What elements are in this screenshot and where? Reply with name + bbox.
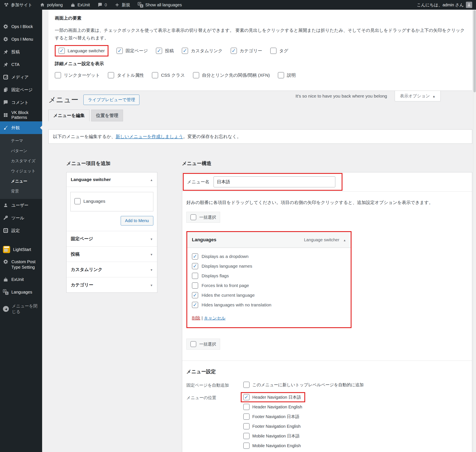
checkbox-unchecked-icon[interactable] (243, 404, 250, 410)
sidebar-item-media[interactable]: メディア (0, 71, 42, 83)
admin-bar-my-account[interactable]: こんにちは、admin さん (417, 2, 472, 8)
screen-option-pages[interactable]: 固定ページ (117, 48, 148, 54)
checkbox-checked-icon[interactable] (117, 48, 123, 54)
bulk-select-bottom[interactable]: 一括選択 (186, 339, 220, 350)
sidebar-item-posts[interactable]: 投稿 (0, 46, 42, 58)
checkbox-checked-icon[interactable] (192, 253, 198, 259)
menu-name-input[interactable] (214, 176, 335, 187)
location-mobile-navigation-japanese[interactable]: Mobile Navigation 日本語 (243, 433, 305, 439)
sidebar-collapse-menu[interactable]: ◀ メニューを閉じる (0, 303, 42, 315)
checkbox-unchecked-icon[interactable] (108, 72, 114, 78)
advanced-option-css-classes[interactable]: CSS クラス (152, 72, 185, 78)
checkbox-checked-icon[interactable] (156, 48, 162, 54)
sidebar-item-settings[interactable]: 設定 (0, 224, 42, 237)
scrollbar-thumb[interactable] (474, 10, 476, 92)
sidebar-item-lightstart[interactable]: LightStart (0, 243, 42, 256)
checkbox-unchecked-icon[interactable] (192, 273, 198, 279)
option-forces-link-front-page[interactable]: Forces link to front page (192, 282, 346, 289)
sidebar-item-ops-menu[interactable]: Ops I Menu (0, 33, 42, 46)
admin-bar-my-sites[interactable]: 参加サイト (4, 2, 32, 8)
submenu-item-widgets[interactable]: ウィジェット (0, 166, 42, 176)
chevron-up-icon[interactable] (343, 238, 346, 242)
option-hides-current-language[interactable]: Hides the current language (192, 292, 346, 298)
advanced-option-xfn[interactable]: 自分とリンク先の関係/間柄 (XFN) (193, 72, 270, 78)
screen-option-categories[interactable]: カテゴリー (231, 48, 262, 54)
screen-options-toggle-button[interactable]: 表示オプション (395, 91, 441, 101)
screen-option-custom-links[interactable]: カスタムリンク (182, 48, 222, 54)
checkbox-unchecked-icon[interactable] (74, 198, 81, 204)
delete-item-link[interactable]: 削除 (192, 316, 200, 320)
admin-bar-new[interactable]: 新規 (115, 2, 130, 8)
languages-item-header[interactable]: Languages Language switcher (187, 232, 351, 248)
posts-accordion-header[interactable]: 投稿 (66, 246, 157, 262)
screen-option-language-switcher[interactable]: Language switcher (59, 48, 105, 54)
sidebar-item-languages[interactable]: A文 Languages (0, 286, 42, 298)
sidebar-item-tools[interactable]: ツール (0, 212, 42, 224)
checkbox-unchecked-icon[interactable] (243, 382, 250, 388)
advanced-option-link-target[interactable]: リンクターゲット (55, 72, 100, 78)
pages-accordion-header[interactable]: 固定ページ (66, 231, 157, 246)
manage-with-live-preview-button[interactable]: ライブプレビューで管理 (83, 95, 139, 105)
location-header-navigation-japanese[interactable]: Header Navigation 日本語 (243, 394, 301, 400)
admin-bar-site-name[interactable]: polylang (40, 2, 63, 7)
sidebar-item-ops-block[interactable]: Ops I Block (0, 20, 42, 33)
language-switcher-accordion-header[interactable]: Language switcher (66, 172, 157, 187)
cancel-item-link[interactable]: キャンセル (204, 316, 225, 320)
tab-manage-locations[interactable]: 位置を管理 (91, 110, 123, 121)
admin-bar-comments[interactable]: 0 (98, 2, 107, 7)
checkbox-checked-icon[interactable] (192, 302, 198, 308)
checkbox-unchecked-icon[interactable] (243, 433, 250, 439)
admin-bar-show-all-languages[interactable]: A文 Show all languages (138, 2, 182, 7)
sidebar-item-comments[interactable]: コメント (0, 96, 42, 109)
checkbox-unchecked-icon[interactable] (243, 413, 250, 420)
checkbox-unchecked-icon[interactable] (55, 72, 61, 78)
admin-bar-exunit[interactable]: ExUnit (70, 2, 90, 7)
checkbox-unchecked-icon[interactable] (270, 48, 277, 54)
sidebar-item-users[interactable]: ユーザー (0, 199, 42, 212)
checkbox-unchecked-icon[interactable] (192, 282, 198, 289)
submenu-item-patterns[interactable]: パターン (0, 146, 42, 156)
submenu-item-customize[interactable]: カスタマイズ (0, 156, 42, 166)
sidebar-item-custom-post-type-setting[interactable]: Custom Post Type Setting (0, 256, 42, 273)
checkbox-checked-icon[interactable] (192, 292, 198, 298)
sidebar-item-vk-block-patterns[interactable]: VK Block Patterns (0, 109, 42, 121)
location-mobile-navigation-english[interactable]: Mobile Navigation English (243, 443, 305, 449)
auto-add-pages-option[interactable]: このメニューに新しいトップレベルページを自動的に追加 (243, 382, 364, 388)
languages-item-option[interactable]: Languages (74, 198, 105, 204)
advanced-option-description[interactable]: 説明 (278, 72, 296, 78)
checkbox-checked-icon[interactable] (231, 48, 237, 54)
checkbox-unchecked-icon[interactable] (243, 443, 250, 449)
checkbox-unchecked-icon[interactable] (243, 423, 250, 429)
sidebar-item-cta[interactable]: CTA (0, 58, 42, 71)
categories-accordion-header[interactable]: カテゴリー (66, 277, 157, 292)
location-header-navigation-english[interactable]: Header Navigation English (243, 404, 305, 410)
advanced-option-title-attribute[interactable]: タイトル属性 (108, 72, 144, 78)
option-displays-flags[interactable]: Displays flags (192, 273, 346, 279)
sidebar-item-exunit[interactable]: ExUnit (0, 273, 42, 286)
checkbox-checked-icon[interactable] (182, 48, 188, 54)
checkbox-unchecked-icon[interactable] (193, 72, 199, 78)
create-new-menu-link[interactable]: 新しいメニューを作成しましょう (116, 134, 183, 139)
submenu-item-menus[interactable]: メニュー (0, 176, 42, 186)
screen-option-posts[interactable]: 投稿 (156, 48, 174, 54)
add-to-menu-button[interactable]: Add to Menu (121, 216, 153, 226)
checkbox-checked-icon[interactable] (192, 263, 198, 269)
sidebar-item-pages[interactable]: 固定ページ (0, 83, 42, 96)
option-displays-as-dropdown[interactable]: Displays as a dropdown (192, 253, 346, 259)
checkbox-checked-icon[interactable] (59, 48, 65, 54)
custom-links-accordion-header[interactable]: カスタムリンク (66, 262, 157, 277)
option-hides-untranslated-languages[interactable]: Hides languages with no translation (192, 302, 346, 308)
location-footer-navigation-japanese[interactable]: Footer Navigation 日本語 (243, 413, 305, 420)
checkbox-unchecked-icon[interactable] (190, 341, 196, 347)
submenu-item-background[interactable]: 背景 (0, 186, 42, 196)
screen-option-tags[interactable]: タグ (270, 48, 288, 54)
checkbox-checked-icon[interactable] (243, 394, 250, 400)
bulk-select-top[interactable]: 一括選択 (186, 212, 220, 223)
submenu-item-themes[interactable]: テーマ (0, 136, 42, 146)
location-footer-navigation-english[interactable]: Footer Navigation English (243, 423, 305, 429)
page-scrollbar[interactable] (473, 10, 476, 452)
option-displays-language-names[interactable]: Displays language names (192, 263, 346, 269)
checkbox-unchecked-icon[interactable] (190, 214, 196, 220)
sidebar-item-appearance[interactable]: 外観 (0, 121, 42, 134)
checkbox-unchecked-icon[interactable] (278, 72, 284, 78)
